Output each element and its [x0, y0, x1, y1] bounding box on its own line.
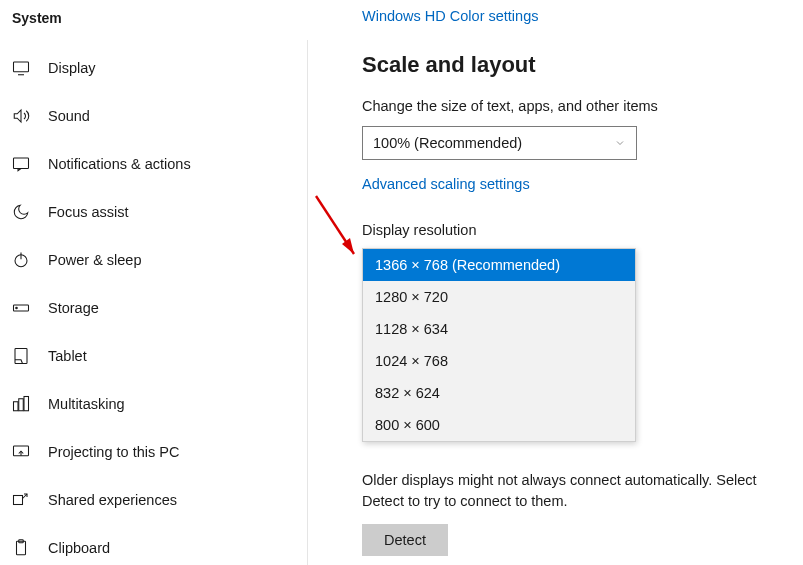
scale-dropdown-value: 100% (Recommended) — [373, 135, 522, 151]
chevron-down-icon — [614, 137, 626, 149]
detect-description: Older displays might not always connect … — [362, 470, 793, 512]
storage-icon — [12, 299, 30, 317]
sidebar-item-label: Projecting to this PC — [48, 444, 179, 460]
sidebar-item-label: Focus assist — [48, 204, 129, 220]
sidebar-item-label: Power & sleep — [48, 252, 142, 268]
multitasking-icon — [12, 395, 30, 413]
svg-rect-11 — [24, 397, 29, 411]
sidebar-item-shared-experiences[interactable]: Shared experiences — [0, 476, 318, 524]
svg-rect-14 — [14, 496, 23, 505]
sidebar-item-notifications[interactable]: Notifications & actions — [0, 140, 318, 188]
sidebar-item-label: Display — [48, 60, 96, 76]
projecting-icon — [12, 443, 30, 461]
sidebar-title: System — [0, 8, 318, 44]
svg-rect-3 — [14, 158, 29, 169]
sidebar-item-projecting[interactable]: Projecting to this PC — [0, 428, 318, 476]
scale-label: Change the size of text, apps, and other… — [362, 98, 793, 114]
svg-point-7 — [16, 307, 18, 309]
shared-experiences-icon — [12, 491, 30, 509]
resolution-option[interactable]: 1128 × 634 — [363, 313, 635, 345]
svg-rect-8 — [15, 349, 27, 364]
resolution-label: Display resolution — [362, 222, 793, 238]
sidebar-item-sound[interactable]: Sound — [0, 92, 318, 140]
clipboard-icon — [12, 539, 30, 557]
svg-rect-0 — [14, 62, 29, 72]
sidebar-item-label: Clipboard — [48, 540, 110, 556]
tablet-icon — [12, 347, 30, 365]
sidebar-item-label: Multitasking — [48, 396, 125, 412]
sound-icon — [12, 107, 30, 125]
scale-dropdown[interactable]: 100% (Recommended) — [362, 126, 637, 160]
sidebar-item-label: Shared experiences — [48, 492, 177, 508]
resolution-option[interactable]: 1366 × 768 (Recommended) — [363, 249, 635, 281]
sidebar-item-label: Storage — [48, 300, 99, 316]
main-content: Windows HD Color settings Scale and layo… — [318, 0, 803, 565]
sidebar-item-label: Sound — [48, 108, 90, 124]
focus-assist-icon — [12, 203, 30, 221]
sidebar-item-clipboard[interactable]: Clipboard — [0, 524, 318, 565]
sidebar-item-tablet[interactable]: Tablet — [0, 332, 318, 380]
advanced-scaling-link[interactable]: Advanced scaling settings — [362, 176, 530, 192]
sidebar: System Display Sound Notifications & act… — [0, 0, 318, 565]
sidebar-item-multitasking[interactable]: Multitasking — [0, 380, 318, 428]
power-icon — [12, 251, 30, 269]
svg-rect-9 — [14, 402, 19, 411]
detect-button[interactable]: Detect — [362, 524, 448, 556]
resolution-option[interactable]: 1024 × 768 — [363, 345, 635, 377]
svg-rect-10 — [19, 399, 24, 411]
sidebar-item-label: Notifications & actions — [48, 156, 191, 172]
sidebar-item-power-sleep[interactable]: Power & sleep — [0, 236, 318, 284]
display-icon — [12, 59, 30, 77]
scale-layout-heading: Scale and layout — [362, 52, 793, 78]
resolution-option[interactable]: 832 × 624 — [363, 377, 635, 409]
resolution-option[interactable]: 800 × 600 — [363, 409, 635, 441]
svg-marker-2 — [14, 110, 21, 122]
svg-rect-15 — [17, 541, 26, 555]
sidebar-item-focus-assist[interactable]: Focus assist — [0, 188, 318, 236]
sidebar-item-label: Tablet — [48, 348, 87, 364]
resolution-dropdown-list[interactable]: 1366 × 768 (Recommended) 1280 × 720 1128… — [362, 248, 636, 442]
sidebar-item-display[interactable]: Display — [0, 44, 318, 92]
hd-color-settings-link[interactable]: Windows HD Color settings — [362, 8, 538, 24]
resolution-option[interactable]: 1280 × 720 — [363, 281, 635, 313]
sidebar-item-storage[interactable]: Storage — [0, 284, 318, 332]
notifications-icon — [12, 155, 30, 173]
